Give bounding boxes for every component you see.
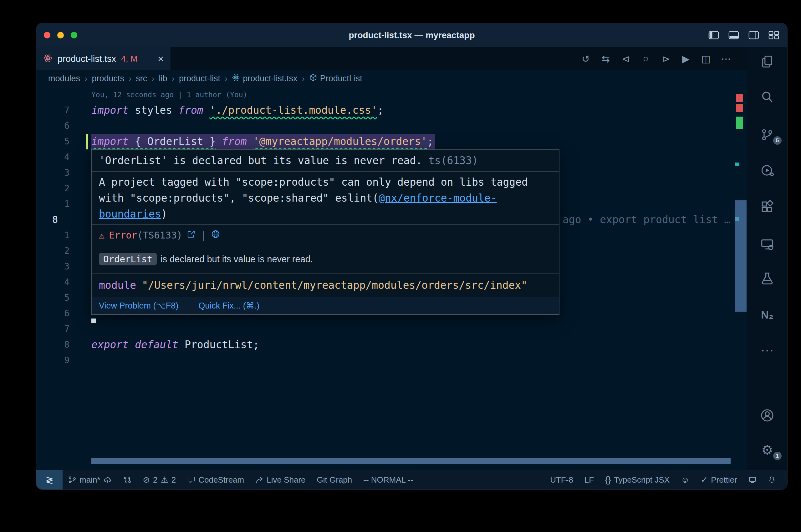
module-keyword: module [99, 279, 136, 291]
notifications-item[interactable] [762, 470, 782, 490]
line-number: 7 [36, 321, 70, 337]
feedback-item[interactable]: ☺ [675, 470, 695, 490]
split-editor-icon[interactable]: ◫ [696, 53, 716, 65]
run-file-icon[interactable]: ▶ [676, 53, 696, 65]
formatter-item[interactable]: ✓ Prettier [695, 470, 743, 490]
code-line[interactable]: 8export default ProductList; [36, 337, 747, 353]
breadcrumb-file[interactable]: product-list.tsx [231, 73, 298, 84]
breadcrumb-product-list-dir[interactable]: product-list [178, 74, 221, 83]
error-icon: ⊘ [143, 475, 150, 485]
error-message-text: is declared but its value is never read. [161, 254, 313, 264]
source-control-icon[interactable]: 5 [747, 122, 787, 147]
timeline-icon[interactable]: ↺ [576, 53, 596, 65]
more-actions-icon[interactable]: ⋯ [716, 53, 736, 65]
code-token: './product-list.module.css' [210, 104, 377, 116]
code-line[interactable]: 6 [36, 118, 747, 134]
remote-indicator[interactable]: ≷ [36, 470, 62, 490]
search-icon[interactable] [747, 85, 787, 110]
hover-eslint-close-paren: ) [161, 208, 167, 220]
breadcrumb-src[interactable]: src [134, 74, 148, 83]
account-icon[interactable] [747, 403, 787, 428]
code-line[interactable]: 7import styles from './product-list.modu… [36, 102, 747, 118]
language-mode-item[interactable]: {} TypeScript JSX [600, 470, 675, 490]
blame-line[interactable]: You, 12 seconds ago | 1 author (You) [36, 87, 747, 102]
live-share-item[interactable]: Live Share [250, 470, 311, 490]
code-token [216, 135, 222, 148]
globe-icon[interactable] [211, 228, 220, 242]
codestream-item[interactable]: CodeStream [181, 470, 250, 490]
settings-gear-icon[interactable]: ⚙ 1 [747, 438, 787, 462]
cloud-upload-icon [103, 476, 112, 483]
nx-console-icon[interactable]: N₂ [747, 302, 787, 327]
code-token: '@myreactapp/modules/orders' [253, 135, 427, 148]
screencast-item[interactable] [743, 470, 762, 490]
chevron-right-icon: › [126, 74, 134, 84]
previous-change-icon[interactable]: ⊲ [616, 53, 636, 65]
ruler-info-mark [735, 163, 739, 166]
live-share-icon [255, 476, 263, 484]
module-path-string: "/Users/juri/nrwl/content/myreactapp/mod… [142, 279, 527, 291]
code-line[interactable]: 5import { OrderList } from '@myreactapp/… [36, 134, 747, 149]
vim-mode-item[interactable]: -- NORMAL -- [358, 470, 419, 490]
problems-item[interactable]: ⊘ 2 ⚠ 2 [137, 470, 181, 490]
hover-error-label-group: Error(TS6133) [109, 228, 182, 242]
open-changes-icon[interactable]: ⇆ [596, 53, 616, 65]
additional-views-icon[interactable]: ⋯ [747, 338, 787, 363]
code-token: from [178, 104, 203, 116]
change-marker-icon[interactable]: ○ [636, 53, 656, 64]
eol-item[interactable]: LF [579, 470, 600, 490]
code-editor[interactable]: You, 12 seconds ago | 1 author (You)7imp… [36, 87, 747, 470]
git-branch-item[interactable]: main* [62, 470, 117, 490]
encoding-item[interactable]: UTF-8 [544, 470, 579, 490]
hover-eslint-line2-text: with "scope:products", "scope:shared" es… [99, 192, 379, 204]
line-number: 5 [36, 134, 70, 149]
eol-label: LF [584, 475, 594, 485]
tab-bar: product-list.tsx 4, M × ↺ ⇆ ⊲ ○ ⊳ ▶ ◫ ⋯ [36, 47, 747, 70]
line-number: 3 [36, 165, 70, 180]
source-control-badge: 5 [773, 136, 782, 145]
hover-diagnostic-eslint: A project tagged with "scope:products" c… [92, 172, 559, 225]
breadcrumb-modules[interactable]: modules [47, 74, 81, 83]
diagnostic-hover-tooltip: 'OrderList' is declared but its value is… [91, 149, 560, 315]
breadcrumb-lib[interactable]: lib [158, 74, 169, 83]
code-line[interactable]: 9 [36, 353, 747, 368]
overview-ruler[interactable] [735, 87, 747, 470]
window-title: product-list.tsx — myreactapp [36, 23, 787, 47]
symbol-cube-icon [309, 73, 317, 84]
toggle-primary-sidebar-icon[interactable] [708, 31, 719, 39]
breadcrumb-symbol[interactable]: ProductList [308, 73, 364, 84]
next-change-icon[interactable]: ⊳ [656, 53, 676, 65]
quick-fix-link[interactable]: Quick Fix... (⌘.) [198, 301, 259, 311]
line-number: 8 [52, 212, 71, 228]
breadcrumb-products[interactable]: products [90, 74, 126, 83]
eslint-rule-link[interactable]: @nx/enforce-module- [379, 192, 497, 204]
settings-badge: 1 [773, 452, 782, 460]
horizontal-scrollbar-thumb[interactable] [91, 458, 731, 464]
toggle-panel-icon[interactable] [728, 31, 739, 39]
tab-close-icon[interactable]: × [158, 54, 164, 64]
customize-layout-icon[interactable] [768, 31, 779, 39]
tab-product-list[interactable]: product-list.tsx 4, M × [36, 47, 171, 70]
vertical-scrollbar-thumb[interactable] [735, 201, 747, 312]
extensions-icon[interactable] [747, 194, 787, 220]
explorer-icon[interactable] [747, 49, 787, 74]
gitlens-compare-item[interactable] [117, 470, 137, 490]
remote-window-icon [748, 476, 757, 484]
code-text: export default ProductList; [91, 337, 259, 353]
eslint-rule-link[interactable]: boundaries [99, 208, 161, 220]
view-problem-link[interactable]: View Problem (⌥F8) [99, 301, 178, 311]
toggle-secondary-sidebar-icon[interactable] [748, 31, 759, 39]
status-left: main* ⊘ 2 ⚠ 2 CodeStream Live Share Gi [62, 470, 419, 490]
code-token [129, 339, 135, 351]
hover-eslint-line1: A project tagged with "scope:products" c… [99, 174, 552, 190]
remote-explorer-icon[interactable] [747, 232, 787, 257]
titlebar: product-list.tsx — myreactapp [36, 23, 787, 48]
code-line[interactable]: 7 [36, 321, 747, 337]
external-link-icon[interactable] [187, 228, 196, 242]
hover-resize-handle[interactable] [91, 319, 96, 323]
run-debug-icon[interactable] [747, 158, 787, 183]
hover-error-detail: ⚠ Error(TS6133) | OrderListis declared b… [92, 225, 559, 274]
testing-flask-icon[interactable] [747, 266, 787, 291]
line-number: 7 [36, 102, 70, 118]
git-graph-item[interactable]: Git Graph [311, 470, 358, 490]
